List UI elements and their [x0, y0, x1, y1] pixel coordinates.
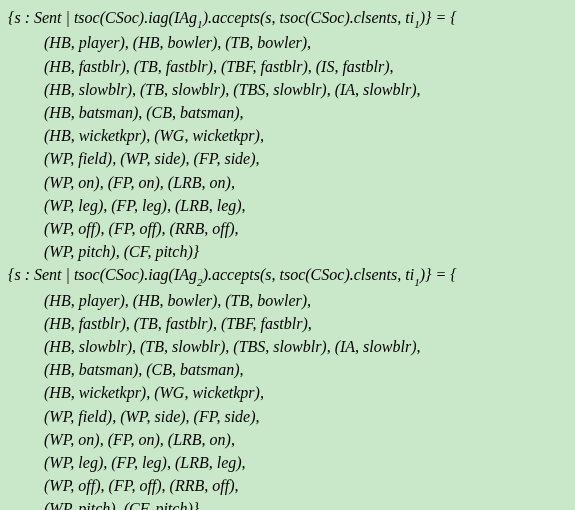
set2-line: (HB, player), (HB, bowler), (TB, bowler)…: [8, 289, 567, 312]
set2-line: (HB, wicketkpr), (WG, wicketkpr),: [8, 381, 567, 404]
set1-line: (WP, pitch), (CF, pitch)}: [8, 240, 567, 263]
set1-line: (HB, fastblr), (TB, fastblr), (TBF, fast…: [8, 55, 567, 78]
set1-line: (WP, on), (FP, on), (LRB, on),: [8, 171, 567, 194]
set2-line: (HB, slowblr), (TB, slowblr), (TBS, slow…: [8, 335, 567, 358]
set2-line: (WP, field), (WP, side), (FP, side),: [8, 405, 567, 428]
set1-line: (HB, player), (HB, bowler), (TB, bowler)…: [8, 31, 567, 54]
set2-line: (HB, batsman), (CB, batsman),: [8, 358, 567, 381]
set1-line: (WP, off), (FP, off), (RRB, off),: [8, 217, 567, 240]
set-header-1: {s : Sent | tsoc(CSoc).iag(IAg1).accepts…: [8, 6, 567, 31]
set1-line: (HB, slowblr), (TB, slowblr), (TBS, slow…: [8, 78, 567, 101]
set1-line: (HB, wicketkpr), (WG, wicketkpr),: [8, 124, 567, 147]
set2-line: (HB, fastblr), (TB, fastblr), (TBF, fast…: [8, 312, 567, 335]
set2-line: (WP, on), (FP, on), (LRB, on),: [8, 428, 567, 451]
set2-line: (WP, pitch), (CF, pitch)}: [8, 497, 567, 510]
set2-line: (WP, leg), (FP, leg), (LRB, leg),: [8, 451, 567, 474]
set1-line: (HB, batsman), (CB, batsman),: [8, 101, 567, 124]
set2-line: (WP, off), (FP, off), (RRB, off),: [8, 474, 567, 497]
set1-line: (WP, leg), (FP, leg), (LRB, leg),: [8, 194, 567, 217]
set-header-2: {s : Sent | tsoc(CSoc).iag(IAg2).accepts…: [8, 263, 567, 288]
set1-line: (WP, field), (WP, side), (FP, side),: [8, 147, 567, 170]
